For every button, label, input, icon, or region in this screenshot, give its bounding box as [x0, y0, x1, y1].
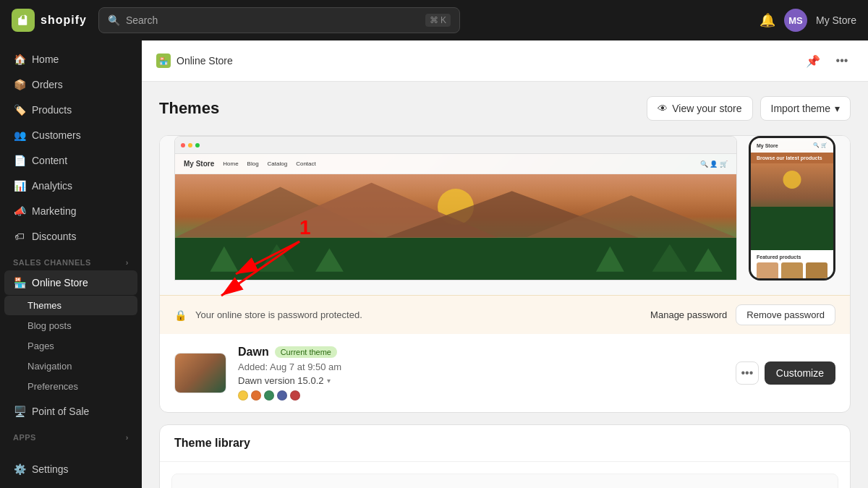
sidebar-item-discounts-label: Discounts — [32, 231, 76, 242]
theme-name: Dawn — [238, 346, 269, 359]
sidebar-item-online-store[interactable]: 🏪 Online Store — [4, 270, 137, 295]
swatch-1[interactable] — [238, 390, 248, 401]
svg-rect-4 — [175, 238, 736, 280]
sidebar-item-analytics[interactable]: 📊 Analytics — [4, 174, 137, 198]
avatar[interactable]: MS — [784, 9, 807, 32]
desktop-nav-blog: Blog — [247, 160, 259, 167]
breadcrumb-pin-button[interactable]: 📌 — [801, 49, 825, 72]
view-store-button[interactable]: 👁 View your store — [647, 96, 752, 121]
theme-info: Dawn Current theme Added: Aug 7 at 9:50 … — [238, 346, 724, 401]
manage-password-link[interactable]: Manage password — [650, 309, 727, 320]
sidebar-item-discounts[interactable]: 🏷 Discounts — [4, 224, 137, 249]
sidebar-item-point-of-sale[interactable]: 🖥️ Point of Sale — [4, 399, 137, 424]
sidebar-sub-item-pages[interactable]: Pages — [4, 336, 137, 356]
import-theme-button[interactable]: Import theme ▾ — [760, 96, 851, 121]
topbar: shopify 🔍 Search ⌘ K 🔔 MS My Store — [0, 0, 868, 40]
mobile-landscape — [751, 163, 833, 250]
password-banner: 🔒 Your online store is password protecte… — [160, 295, 850, 334]
sidebar-item-settings[interactable]: ⚙️ Settings — [4, 457, 137, 481]
breadcrumb-store-label: Online Store — [176, 55, 233, 67]
sidebar-item-content[interactable]: 📄 Content — [4, 148, 137, 173]
mobile-product-2 — [781, 262, 803, 281]
swatch-4[interactable] — [277, 390, 287, 401]
customize-button[interactable]: Customize — [765, 361, 835, 385]
sidebar-item-marketing[interactable]: 📣 Marketing — [4, 199, 137, 223]
breadcrumb-more-button[interactable]: ••• — [830, 49, 854, 72]
sidebar-sub-item-navigation[interactable]: Navigation — [4, 356, 137, 376]
desktop-nav: My Store Home Blog Catalog Contact 🔍 👤 🛒 — [175, 154, 736, 174]
shopify-logo-icon — [12, 9, 35, 32]
sidebar-sub-item-preferences[interactable]: Preferences — [4, 377, 137, 396]
sidebar-item-settings-label: Settings — [32, 463, 69, 475]
sidebar-sub-themes-label: Themes — [27, 300, 61, 311]
sidebar-item-analytics-label: Analytics — [32, 180, 72, 192]
apps-label: Apps — [13, 433, 36, 442]
content-icon: 📄 — [13, 154, 26, 167]
settings-icon: ⚙️ — [13, 463, 26, 476]
desktop-nav-icons: 🔍 👤 🛒 — [700, 160, 728, 168]
trees — [175, 238, 736, 280]
breadcrumb-store-icon: 🏪 — [156, 53, 171, 68]
mountains — [175, 174, 736, 238]
desktop-nav-home: Home — [223, 160, 238, 167]
store-name-label: My Store — [816, 14, 856, 26]
topbar-right: 🔔 MS My Store — [760, 9, 856, 32]
mobile-store-name: My Store — [757, 143, 778, 148]
swatch-3[interactable] — [264, 390, 274, 401]
theme-added-text: Added: Aug 7 at 9:50 am — [238, 361, 724, 372]
search-bar[interactable]: 🔍 Search ⌘ K — [98, 7, 460, 33]
browser-dot-red — [181, 143, 185, 147]
mobile-product-row — [757, 262, 827, 281]
online-store-icon: 🏪 — [13, 276, 26, 289]
apps-section: Apps › — [0, 424, 142, 445]
page-title: Themes — [159, 99, 219, 118]
theme-library-empty: Try out new themes, work on seasonal the… — [171, 474, 838, 488]
sidebar-item-customers[interactable]: 👥 Customers — [4, 123, 137, 147]
breadcrumb: 🏪 Online Store — [156, 53, 233, 68]
products-icon: 🏷️ — [13, 103, 26, 116]
mobile-banner: Browse our latest products — [751, 153, 833, 163]
sidebar-item-online-store-label: Online Store — [32, 277, 88, 288]
sidebar-item-products[interactable]: 🏷️ Products — [4, 98, 137, 122]
desktop-nav-catalog: Catalog — [268, 160, 288, 167]
theme-version-text: Dawn version 15.0.2 — [238, 375, 324, 386]
view-store-icon: 👁 — [658, 103, 668, 114]
home-icon: 🏠 — [13, 53, 26, 66]
search-icon: 🔍 — [108, 14, 120, 26]
shopify-wordmark: shopify — [41, 14, 87, 27]
import-theme-chevron: ▾ — [835, 103, 840, 114]
breadcrumb-bar: 🏪 Online Store 📌 ••• — [142, 40, 868, 82]
sidebar-item-pos-label: Point of Sale — [32, 406, 89, 417]
theme-library-header: Theme library — [160, 425, 850, 462]
sidebar-item-orders[interactable]: 📦 Orders — [4, 72, 137, 97]
sidebar-sub-item-blog-posts[interactable]: Blog posts — [4, 316, 137, 335]
theme-library-card: Theme library Try out new themes, work o… — [159, 424, 851, 488]
apps-expand-icon[interactable]: › — [126, 433, 129, 442]
theme-version[interactable]: Dawn version 15.0.2 ▾ — [238, 375, 724, 386]
swatch-2[interactable] — [251, 390, 261, 401]
swatch-5[interactable] — [290, 390, 300, 401]
sales-channels-expand-icon[interactable]: › — [126, 258, 129, 267]
import-theme-label: Import theme — [771, 103, 830, 114]
page-content: Themes 👁 View your store Import theme ▾ — [142, 82, 868, 488]
notifications-icon[interactable]: 🔔 — [760, 12, 775, 28]
theme-more-button[interactable]: ••• — [736, 361, 759, 385]
browser-dot-green — [195, 143, 200, 147]
theme-thumbnail-image — [175, 354, 226, 393]
theme-swatches — [238, 390, 724, 401]
remove-password-button[interactable]: Remove password — [736, 304, 835, 325]
sidebar-sub-item-themes[interactable]: Themes — [4, 296, 137, 315]
theme-thumbnail — [174, 353, 226, 393]
analytics-icon: 📊 — [13, 179, 26, 192]
sidebar-item-marketing-label: Marketing — [32, 205, 76, 217]
password-text: Your online store is password protected. — [195, 309, 642, 320]
sidebar-item-home[interactable]: 🏠 Home — [4, 47, 137, 72]
content-area: 🏪 Online Store 📌 ••• Themes 👁 View your … — [142, 40, 868, 488]
sidebar-item-customers-label: Customers — [32, 129, 81, 141]
desktop-landscape — [175, 174, 736, 280]
mobile-product-1 — [757, 262, 778, 281]
discounts-icon: 🏷 — [13, 230, 26, 243]
breadcrumb-actions: 📌 ••• — [801, 49, 854, 72]
sales-channels-section: Sales channels › — [0, 249, 142, 270]
mobile-trees-base — [751, 207, 833, 250]
